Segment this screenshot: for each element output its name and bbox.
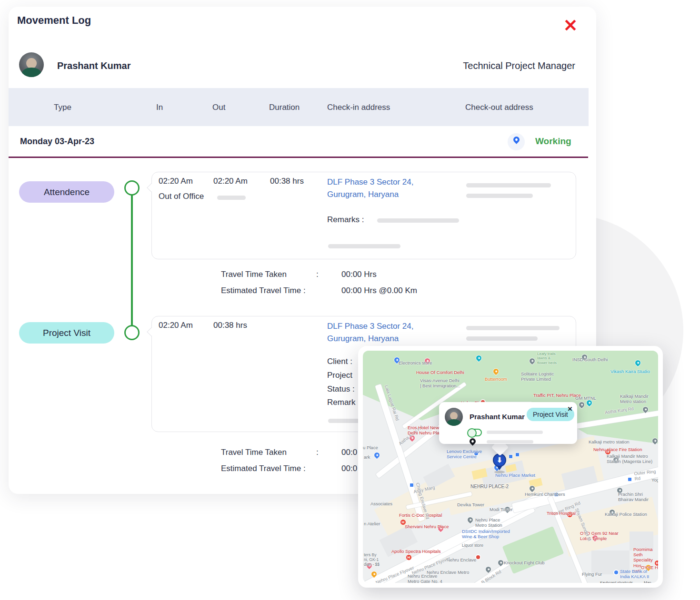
travel-time-value: 00:00 Hrs <box>341 270 377 279</box>
map-label: GM MTNL <box>575 395 596 401</box>
skeleton-bar <box>466 194 533 198</box>
map-label: Hemkunt Chambers <box>525 492 565 497</box>
estimated-travel-value: 00:00 Hrs @0.00 Km <box>341 286 417 295</box>
map-label: Modi Tower <box>490 507 512 512</box>
map-marker[interactable]: ⬇ <box>492 453 507 473</box>
timeline-node-project-visit <box>124 325 140 340</box>
map-pin-icon <box>509 454 513 459</box>
column-header: Duration <box>269 103 300 112</box>
popup-close-icon[interactable]: ✕ <box>566 405 574 413</box>
travel-time-value: 00:0 <box>341 448 357 457</box>
location-pin-button[interactable] <box>508 133 525 150</box>
map-label: Keyboard shortcuts <box>600 580 633 583</box>
map-label: ark <box>364 454 370 460</box>
attendance-checkin-address[interactable]: DLF Phase 3 Sector 24, Gurugram, Haryana <box>327 176 430 201</box>
map-label: Liquor store <box>462 543 483 548</box>
map-label: Solitaire Logistic Private Limited <box>521 371 554 382</box>
map-label: Yog <box>651 477 658 482</box>
date-separator <box>9 157 588 158</box>
modal-title: Movement Log <box>17 14 91 27</box>
visit-checkin-address[interactable]: DLF Phase 3 Sector 24, Gurugram, Haryana <box>327 320 430 345</box>
map-label: NEHRU PLACE-2 <box>470 484 509 490</box>
map-park-area <box>502 526 564 574</box>
travel-time-colon: : <box>316 448 319 457</box>
map-label: Nehru Enclave Metro Gate No. 4 <box>408 573 442 583</box>
card-notch <box>147 183 155 192</box>
user-name: Prashant Kumar <box>57 60 131 71</box>
map-label: Electronics store <box>399 360 432 365</box>
close-icon[interactable]: ✕ <box>560 15 581 36</box>
map-label: Map data ©2023 Go <box>644 580 658 583</box>
map-label: Vikash Kaira Studio <box>610 369 650 374</box>
map-label: Associates <box>370 501 392 506</box>
skeleton-bar <box>328 244 400 248</box>
map-overlay-card: HHHHH Electronics storeHouse Of Comfort … <box>358 346 663 588</box>
column-header: Type <box>54 103 71 112</box>
map-pin-icon <box>467 516 474 524</box>
map-label: Kalkaji Mandir Metro Station (Magenta Li… <box>607 453 652 464</box>
skeleton-bar <box>487 431 543 434</box>
avatar <box>19 52 44 77</box>
map-label: Lenovo Exclusive Service Centre <box>447 449 482 459</box>
map[interactable]: HHHHH Electronics storeHouse Of Comfort … <box>363 351 658 583</box>
map-label: Devika Tower <box>457 502 484 507</box>
map-label: Triton Hospital <box>547 511 576 516</box>
visit-duration: 00:38 hrs <box>213 321 247 330</box>
skeleton-bar <box>487 440 533 443</box>
type-badge-attendance: Attendence <box>19 181 114 203</box>
map-pin-icon <box>628 477 632 482</box>
map-label: INSD South Delhi <box>572 357 608 362</box>
map-label: Shervani Nehru Place <box>405 524 449 529</box>
map-label: Leafy trails lawns & flower beds <box>537 352 557 365</box>
remark-label: Remark <box>327 398 356 407</box>
map-label: Butterroom <box>485 376 507 382</box>
map-popup: Prashant Kumar Project Visit ✕ <box>439 402 577 444</box>
marker-tip <box>497 466 502 470</box>
card-notch <box>147 327 155 336</box>
project-label: Project <box>327 371 352 380</box>
map-label: n Atelier <box>364 521 380 526</box>
map-label: House Of Comfort Delhi <box>416 370 464 375</box>
estimated-travel-label: Estimated Travel Time : <box>221 464 306 473</box>
toggle-icon[interactable] <box>468 429 482 436</box>
map-pin-icon <box>515 452 520 457</box>
travel-time-label: Travel Time Taken <box>221 448 287 457</box>
skeleton-bar <box>466 183 551 187</box>
attendance-card: 02:20 Am 02:20 Am 00:38 hrs DLF Phase 3 … <box>151 172 576 259</box>
map-label: Nehru place Fire Station <box>593 447 642 452</box>
timeline-node-attendance <box>124 180 140 196</box>
map-label: State Bank of India KALKA II <box>620 569 649 579</box>
map-label: Flying Fur <box>582 571 602 577</box>
map-label: Knockout Fight Club <box>504 560 545 565</box>
map-label: Eros Hotel New Delhi Nehru Plac <box>408 425 441 435</box>
user-role: Technical Project Manager <box>463 60 575 71</box>
column-header: Check-in address <box>327 103 390 112</box>
timeline-line <box>131 188 133 333</box>
skeleton-bar <box>466 326 560 330</box>
type-badge-project-visit: Project Visit <box>19 322 114 344</box>
map-label: Nehru Place Metro Station <box>475 517 502 528</box>
popup-pin-icon <box>468 437 477 445</box>
skeleton-bar <box>377 218 459 223</box>
remarks-label: Remarks : <box>327 215 364 225</box>
column-header: Check-out address <box>465 103 533 112</box>
map-pin-icon <box>613 570 619 575</box>
map-pin-icon <box>373 452 381 459</box>
map-label: u Place <box>363 445 378 450</box>
estimated-travel-value: 00:0 <box>341 464 357 473</box>
map-label: Fortis C-Doc Hospital <box>399 512 442 518</box>
page: Movement Log ✕ Prashant Kumar Technical … <box>0 0 700 600</box>
map-label: Nehru Enclave <box>447 557 476 562</box>
map-label: Apollo Spectra Hospitals <box>391 549 441 554</box>
estimated-travel-label: Estimated Travel Time : <box>221 286 306 295</box>
map-label: Visas-Avenue Delhi | Best Immigration... <box>420 378 460 388</box>
avatar <box>445 408 463 426</box>
map-label: DSIIDC Indian/Imported Wine & Beer Shop <box>462 529 510 539</box>
table-header-row: TypeInOutDurationCheck-in addressCheck-o… <box>9 88 589 126</box>
map-label: Kalkaji Police Station <box>605 511 647 517</box>
skeleton-bar <box>217 196 246 200</box>
map-pin-icon: H <box>406 554 412 561</box>
attendance-sub-label: Out of Office <box>159 192 204 201</box>
location-pin-icon <box>512 135 520 144</box>
visit-in-time: 02:20 Am <box>159 321 193 330</box>
